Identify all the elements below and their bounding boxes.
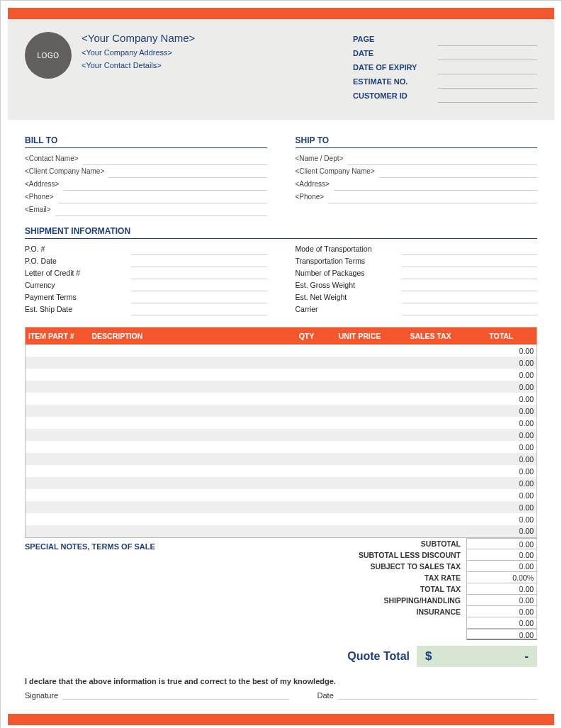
table-row[interactable]: 0.00 <box>26 465 537 477</box>
bill-to-field[interactable]: <Contact Name> <box>25 152 79 165</box>
table-row[interactable]: 0.00 <box>26 417 537 429</box>
table-row[interactable]: 0.00 <box>26 369 537 381</box>
cell-qty[interactable] <box>289 393 325 405</box>
ship-field-input[interactable] <box>131 267 267 279</box>
cell-part[interactable] <box>26 417 89 429</box>
cell-qty[interactable] <box>289 429 325 441</box>
table-row[interactable]: 0.00 <box>26 453 537 465</box>
ship-to-field[interactable]: <Name / Dept> <box>296 152 344 165</box>
cell-unit[interactable] <box>325 453 395 465</box>
cell-tax[interactable] <box>395 345 466 357</box>
ship-field-input[interactable] <box>402 267 538 279</box>
cell-tax[interactable] <box>395 441 466 453</box>
cell-unit[interactable] <box>325 381 395 393</box>
cell-desc[interactable] <box>89 453 289 465</box>
cell-qty[interactable] <box>289 465 325 477</box>
cell-desc[interactable] <box>89 501 289 513</box>
table-row[interactable]: 0.00 <box>26 381 537 393</box>
cell-part[interactable] <box>26 501 89 513</box>
cell-unit[interactable] <box>325 501 395 513</box>
date-line[interactable] <box>338 690 537 700</box>
cell-tax[interactable] <box>395 513 466 525</box>
cell-qty[interactable] <box>289 405 325 417</box>
cell-qty[interactable] <box>289 369 325 381</box>
cell-qty[interactable] <box>289 513 325 525</box>
cell-qty[interactable] <box>289 357 325 369</box>
table-row[interactable]: 0.00 <box>26 501 537 513</box>
cell-desc[interactable] <box>89 357 289 369</box>
cell-qty[interactable] <box>289 501 325 513</box>
cell-desc[interactable] <box>89 393 289 405</box>
cell-desc[interactable] <box>89 429 289 441</box>
ship-field-input[interactable] <box>402 291 538 303</box>
ship-field-input[interactable] <box>131 255 267 267</box>
cell-qty[interactable] <box>289 441 325 453</box>
cell-tax[interactable] <box>395 465 466 477</box>
cell-part[interactable] <box>26 381 89 393</box>
cell-part[interactable] <box>26 345 89 357</box>
cell-unit[interactable] <box>325 357 395 369</box>
cell-part[interactable] <box>26 357 89 369</box>
cell-qty[interactable] <box>289 477 325 489</box>
cell-part[interactable] <box>26 525 89 537</box>
cell-unit[interactable] <box>325 393 395 405</box>
cell-unit[interactable] <box>325 525 395 537</box>
cell-tax[interactable] <box>395 525 466 537</box>
cell-tax[interactable] <box>395 381 466 393</box>
cell-qty[interactable] <box>289 453 325 465</box>
bill-to-field[interactable]: <Phone> <box>25 191 54 203</box>
cell-tax[interactable] <box>395 369 466 381</box>
ship-field-input[interactable] <box>131 291 267 303</box>
company-address[interactable]: <Your Company Address> <box>82 47 195 60</box>
cell-desc[interactable] <box>89 345 289 357</box>
cell-tax[interactable] <box>395 417 466 429</box>
cell-unit[interactable] <box>325 489 395 501</box>
meta-input-estimate[interactable] <box>438 74 537 89</box>
cell-part[interactable] <box>26 369 89 381</box>
cell-part[interactable] <box>26 441 89 453</box>
table-row[interactable]: 0.00 <box>26 513 537 525</box>
cell-qty[interactable] <box>289 525 325 537</box>
cell-part[interactable] <box>26 513 89 525</box>
table-row[interactable]: 0.00 <box>26 357 537 369</box>
cell-unit[interactable] <box>325 513 395 525</box>
bill-to-field[interactable]: <Address> <box>25 178 59 191</box>
cell-part[interactable] <box>26 465 89 477</box>
cell-unit[interactable] <box>325 465 395 477</box>
cell-desc[interactable] <box>89 513 289 525</box>
signature-line[interactable] <box>62 690 288 700</box>
table-row[interactable]: 0.00 <box>26 345 537 357</box>
table-row[interactable]: 0.00 <box>26 429 537 441</box>
cell-part[interactable] <box>26 429 89 441</box>
bill-to-field[interactable]: <Email> <box>25 203 51 216</box>
table-row[interactable]: 0.00 <box>26 525 537 537</box>
ship-field-input[interactable] <box>402 279 538 291</box>
cell-unit[interactable] <box>325 441 395 453</box>
cell-desc[interactable] <box>89 417 289 429</box>
cell-desc[interactable] <box>89 477 289 489</box>
cell-qty[interactable] <box>289 489 325 501</box>
cell-desc[interactable] <box>89 369 289 381</box>
cell-tax[interactable] <box>395 429 466 441</box>
cell-qty[interactable] <box>289 417 325 429</box>
cell-desc[interactable] <box>89 441 289 453</box>
cell-desc[interactable] <box>89 381 289 393</box>
contact-details[interactable]: <Your Contact Details> <box>82 60 195 72</box>
cell-qty[interactable] <box>289 345 325 357</box>
cell-desc[interactable] <box>89 489 289 501</box>
ship-field-input[interactable] <box>131 279 267 291</box>
cell-unit[interactable] <box>325 345 395 357</box>
cell-part[interactable] <box>26 405 89 417</box>
cell-qty[interactable] <box>289 381 325 393</box>
cell-desc[interactable] <box>89 465 289 477</box>
cell-unit[interactable] <box>325 369 395 381</box>
cell-part[interactable] <box>26 489 89 501</box>
ship-field-input[interactable] <box>402 243 538 255</box>
ship-field-input[interactable] <box>131 243 267 255</box>
cell-unit[interactable] <box>325 405 395 417</box>
cell-unit[interactable] <box>325 429 395 441</box>
table-row[interactable]: 0.00 <box>26 405 537 417</box>
company-name[interactable]: <Your Company Name> <box>82 32 195 44</box>
table-row[interactable]: 0.00 <box>26 477 537 489</box>
cell-part[interactable] <box>26 453 89 465</box>
